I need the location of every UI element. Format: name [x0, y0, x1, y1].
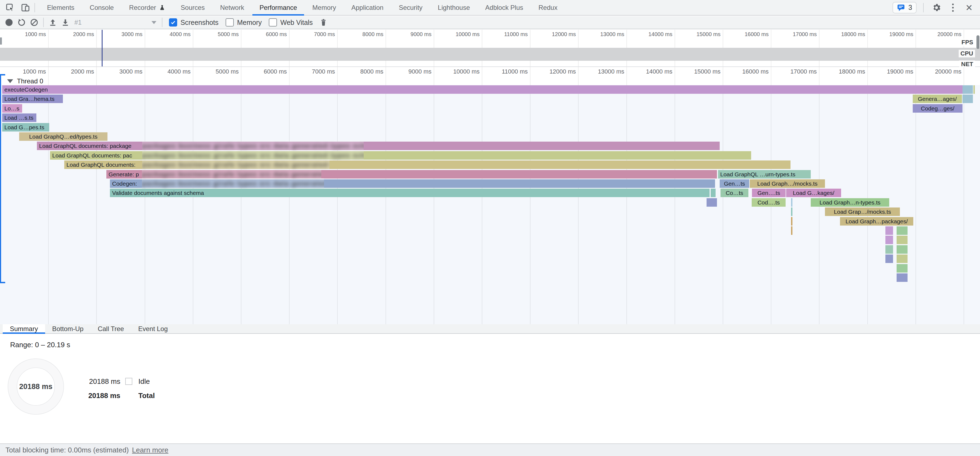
overview-left-handle[interactable] — [0, 37, 2, 44]
flame-bar-load-graphql-documents-package[interactable]: Load GraphQL documents: packagepackages … — [37, 141, 720, 150]
clear-recording-button[interactable] — [28, 16, 40, 29]
flame-bar-executecodegen[interactable]: executeCodegen — [2, 85, 963, 94]
flame-bar-generate-p[interactable]: Generate: ppackages business girafe type… — [107, 170, 717, 178]
flame-bar-gen-ts[interactable]: Gen…ts — [720, 180, 749, 188]
flame-bar-gen-ts[interactable]: Gen….ts — [752, 189, 786, 197]
issues-button[interactable]: 3 — [892, 2, 916, 13]
flame-bar-load-grap-mocks-ts[interactable]: Load Grap…/mocks.ts — [825, 208, 900, 216]
checkbox-screenshots[interactable]: Screenshots — [169, 18, 218, 27]
tab-lighthouse[interactable]: Lighthouse — [430, 0, 477, 15]
reload-and-record-button[interactable] — [15, 16, 28, 29]
tab-label: Elements — [47, 4, 75, 11]
more-options-icon[interactable] — [947, 2, 959, 14]
inspect-element-icon[interactable] — [4, 2, 16, 14]
flame-bar-load-g-pes-ts[interactable]: Load G…pes.ts — [2, 123, 49, 132]
flame-bar-label: Load Graph…packages/ — [840, 217, 913, 226]
flame-chart[interactable]: 1000 ms2000 ms3000 ms4000 ms5000 ms6000 … — [0, 67, 980, 324]
timeline-overview[interactable]: 1000 ms2000 ms3000 ms4000 ms5000 ms6000 … — [0, 30, 980, 67]
flame-bar-load-graph-packages[interactable]: Load Graph…packages/ — [840, 217, 913, 226]
checkbox-box-web-vitals[interactable] — [269, 18, 277, 27]
flame-bar-lo-s[interactable]: Lo…s — [2, 104, 22, 113]
details-tab-summary[interactable]: Summary — [3, 324, 45, 333]
flame-bar-genera-ages[interactable]: Genera…ages/ — [913, 95, 962, 103]
tab-application[interactable]: Application — [344, 0, 391, 15]
flame-bar-fragment[interactable] — [791, 208, 792, 216]
tab-recorder[interactable]: Recorder — [121, 0, 173, 15]
save-profile-button[interactable] — [59, 16, 72, 29]
flame-bar-cod-ts[interactable]: Cod….ts — [752, 198, 786, 207]
flame-bar-load-graph-n-types-ts[interactable]: Load Graph…n-types.ts — [811, 198, 889, 207]
tab-redux[interactable]: Redux — [531, 0, 565, 15]
flame-bar-fragment[interactable] — [791, 198, 792, 207]
total-blocking-time-text: Total blocking time: 0.00ms (estimated) — [5, 446, 129, 454]
details-tab-event-log[interactable]: Event Log — [131, 324, 175, 333]
tab-security[interactable]: Security — [391, 0, 430, 15]
flame-bar-load-gra-hema-ts[interactable]: Load Gra…hema.ts — [2, 95, 63, 103]
flame-bar-fragment[interactable] — [706, 198, 717, 207]
flame-bar-load-g-kages[interactable]: Load G…kages/ — [786, 189, 841, 197]
checkbox-web-vitals[interactable]: Web Vitals — [269, 18, 313, 27]
vertical-scrollbar-thumb[interactable] — [977, 35, 980, 49]
close-devtools-icon[interactable]: × — [963, 2, 975, 13]
flame-bar-load-graphql-urn-types-ts[interactable]: Load GraphQL …urn-types.ts — [718, 170, 811, 178]
flame-bar-label: Load G…pes.ts — [2, 123, 49, 132]
checkbox-memory[interactable]: Memory — [226, 18, 262, 27]
flame-bar-load-s-ts[interactable]: Load …s.ts — [2, 113, 37, 122]
record-button[interactable] — [3, 16, 15, 29]
flame-bar-label: executeCodegen — [2, 85, 963, 94]
checkbox-label: Web Vitals — [280, 19, 313, 27]
blurred-text: packages business girafe types src data … — [142, 169, 321, 180]
flame-bar-fragment[interactable] — [897, 236, 908, 244]
flame-bar-load-graph-mocks-ts[interactable]: Load Graph…/mocks.ts — [750, 180, 825, 188]
flame-bar-codeg-ges[interactable]: Codeg…ges/ — [913, 104, 963, 113]
flame-bar-load-graphql-documents-pac[interactable]: Load GraphQL documents: pacpackages busi… — [50, 151, 751, 160]
flame-bar-fragment[interactable] — [711, 189, 716, 197]
flame-bar-fragment[interactable] — [897, 254, 908, 263]
checkbox-label: Screenshots — [180, 19, 218, 27]
load-profile-button[interactable] — [46, 16, 59, 29]
learn-more-link[interactable]: Learn more — [132, 446, 169, 454]
flame-bar-validate-documents-against-schema[interactable]: Validate documents against schema — [110, 189, 710, 197]
flame-bar-fragment[interactable] — [963, 85, 973, 94]
flame-ruler-tick: 16000 ms — [722, 68, 768, 76]
flame-bar-fragment[interactable] — [885, 245, 893, 254]
flame-bar-codegen[interactable]: Codegen:packages business girafe types s… — [110, 180, 715, 188]
lane-label-cpu: CPU — [959, 50, 975, 57]
tab-sources[interactable]: Sources — [173, 0, 212, 15]
settings-gear-icon[interactable] — [930, 2, 943, 14]
details-tab-call-tree[interactable]: Call Tree — [91, 324, 131, 333]
flame-bar-fragment[interactable] — [885, 254, 893, 263]
tab-elements[interactable]: Elements — [40, 0, 82, 15]
flame-bar-fragment[interactable] — [963, 95, 973, 103]
thread-header[interactable]: Thread 0 — [7, 77, 43, 85]
flame-bar-fragment[interactable] — [791, 226, 792, 235]
profile-history-select[interactable]: #1 — [72, 19, 159, 26]
flame-bar-fragment[interactable] — [897, 245, 908, 254]
tab-performance[interactable]: Performance — [252, 0, 305, 15]
checkbox-box-screenshots[interactable] — [169, 18, 177, 27]
checkbox-box-memory[interactable] — [226, 18, 234, 27]
flame-bar-load-graphq-ed-types-ts[interactable]: Load GraphQ…ed/types.ts — [19, 132, 107, 141]
flame-bar-load-graphql-documents[interactable]: Load GraphQL documents:packages business… — [64, 160, 791, 169]
tab-network[interactable]: Network — [212, 0, 252, 15]
device-toolbar-icon[interactable] — [19, 2, 32, 14]
flame-bar-fragment[interactable] — [885, 236, 893, 244]
flame-ruler-tick: 15000 ms — [674, 68, 721, 76]
flame-bar-fragment[interactable] — [897, 226, 908, 235]
tab-adblock-plus[interactable]: Adblock Plus — [478, 0, 531, 15]
tab-console[interactable]: Console — [82, 0, 121, 15]
flame-bar-co-ts[interactable]: Co…ts — [721, 189, 748, 197]
flame-bar-fragment[interactable] — [897, 273, 908, 282]
blurred-text-region: packages business girafe types src data … — [142, 159, 329, 170]
flame-bar-fragment[interactable] — [885, 226, 893, 235]
flame-bar-fragment[interactable] — [791, 217, 792, 226]
garbage-collect-button[interactable] — [317, 16, 330, 29]
flame-ruler-tick: 3000 ms — [96, 68, 142, 76]
tab-label: Performance — [259, 4, 297, 11]
flame-ruler-tick: 20000 ms — [915, 68, 961, 76]
details-tab-bottom-up[interactable]: Bottom-Up — [45, 324, 91, 333]
flame-bar-fragment[interactable] — [897, 264, 908, 273]
tab-memory[interactable]: Memory — [305, 0, 344, 15]
flame-bar-fragment[interactable] — [974, 85, 975, 94]
tabbar-right-separator — [923, 3, 924, 12]
